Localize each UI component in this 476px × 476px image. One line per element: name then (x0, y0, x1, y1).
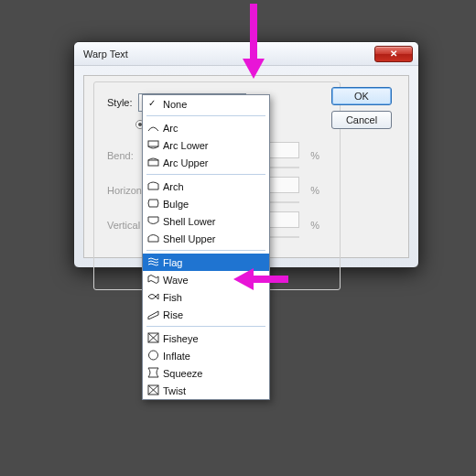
svg-rect-0 (148, 141, 158, 146)
dropdown-item-squeeze[interactable]: Squeeze (143, 364, 269, 382)
flag-icon (147, 256, 159, 267)
svg-rect-5 (250, 4, 257, 60)
arcupper-icon (147, 157, 159, 168)
style-label: Style: (107, 97, 133, 108)
dropdown-item-twist[interactable]: Twist (143, 382, 269, 399)
arc-icon (147, 122, 159, 133)
dropdown-item-label: Flag (163, 257, 182, 268)
pct-label: % (310, 150, 319, 161)
fish-icon (147, 291, 159, 302)
dropdown-item-inflate[interactable]: Inflate (143, 347, 269, 364)
dropdown-item-arcupper[interactable]: Arc Upper (143, 154, 269, 171)
arch-icon (147, 180, 159, 191)
shelllower-icon (147, 215, 159, 226)
dropdown-item-label: Inflate (163, 351, 190, 362)
cancel-button[interactable]: Cancel (331, 111, 392, 129)
dropdown-separator (146, 326, 265, 327)
dropdown-item-label: Shell Upper (163, 233, 215, 244)
dropdown-item-arclower[interactable]: Arc Lower (143, 136, 269, 154)
dialog-title: Warp Text (83, 49, 374, 60)
squeeze-icon (147, 367, 159, 378)
bulge-icon (147, 198, 159, 209)
shellupper-icon (147, 233, 159, 243)
twist-icon (147, 384, 159, 395)
dropdown-item-arch[interactable]: Arch (143, 178, 269, 195)
dropdown-item-label: Wave (163, 275, 189, 286)
dropdown-item-label: Shell Lower (163, 216, 215, 227)
check-icon: ✓ (148, 98, 156, 108)
inflate-icon (147, 350, 159, 361)
pct-label-2: % (310, 185, 319, 196)
dropdown-item-arc[interactable]: Arc (143, 119, 269, 136)
button-column: OK Cancel (331, 87, 392, 129)
ok-button[interactable]: OK (331, 87, 392, 105)
dropdown-item-none[interactable]: ✓None (143, 95, 269, 113)
dropdown-item-label: Twist (163, 385, 186, 396)
arclower-icon (147, 139, 159, 150)
dropdown-item-rise[interactable]: Rise (143, 306, 269, 323)
bend-label: Bend: (107, 150, 134, 161)
style-dropdown-list[interactable]: ✓NoneArcArc LowerArc UpperArchBulgeShell… (142, 94, 270, 400)
wave-icon (147, 274, 159, 285)
svg-point-3 (149, 351, 158, 360)
close-button[interactable]: ✕ (374, 46, 413, 62)
dropdown-item-label: Arch (163, 181, 184, 192)
dropdown-item-label: Fisheye (163, 333, 199, 344)
dropdown-item-label: Arc Upper (163, 157, 209, 168)
dropdown-separator (146, 250, 265, 251)
dropdown-item-label: Arc Lower (163, 140, 209, 151)
svg-rect-1 (148, 160, 158, 166)
dropdown-item-shellupper[interactable]: Shell Upper (143, 230, 269, 247)
dropdown-separator (146, 174, 265, 175)
dropdown-item-label: Rise (163, 309, 183, 320)
dropdown-item-shelllower[interactable]: Shell Lower (143, 212, 269, 230)
annotation-arrow-down (243, 4, 265, 81)
dropdown-item-label: Fish (163, 292, 182, 303)
dropdown-item-label: Squeeze (163, 368, 202, 379)
pct-label-3: % (310, 220, 319, 231)
dropdown-item-label: None (163, 99, 187, 110)
dropdown-separator (146, 115, 265, 116)
dropdown-item-bulge[interactable]: Bulge (143, 195, 269, 212)
dropdown-item-label: Arc (163, 123, 178, 134)
dropdown-item-fisheye[interactable]: Fisheye (143, 330, 269, 347)
svg-rect-6 (252, 276, 288, 283)
fisheye-icon (147, 332, 159, 343)
annotation-arrow-left (233, 268, 288, 290)
close-icon: ✕ (390, 49, 397, 59)
dropdown-item-fish[interactable]: Fish (143, 288, 269, 306)
dropdown-item-label: Bulge (163, 199, 189, 210)
rise-icon (147, 308, 159, 319)
